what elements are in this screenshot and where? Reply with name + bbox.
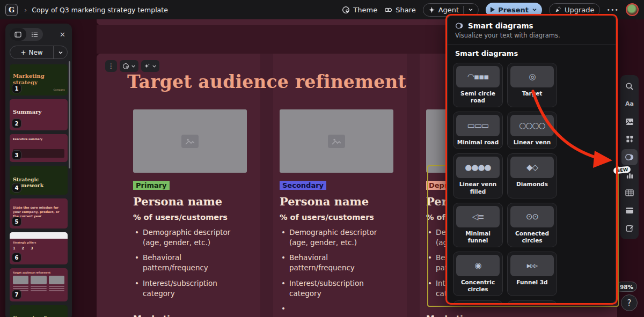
- agent-chevron-down-icon: [468, 7, 473, 12]
- persona-metric[interactable]: % of users/customers: [133, 213, 247, 222]
- persona-tag[interactable]: Primary: [133, 181, 170, 190]
- bullet-item-empty[interactable]: [280, 304, 393, 311]
- chevron-down-icon: [58, 50, 63, 55]
- chevron-down-icon: [152, 64, 157, 69]
- drag-handle[interactable]: ⋮: [105, 60, 117, 72]
- breadcrumb-chevron-icon: ›: [24, 6, 27, 14]
- diagram-tile-concentric-circles[interactable]: ◉Concentric circles: [453, 252, 503, 296]
- diagram-tile-minimal-funnel[interactable]: ◁≡Minimal funnel: [453, 203, 503, 247]
- slide-heading[interactable]: Target audience refinement: [127, 71, 406, 92]
- agent-button[interactable]: Agent: [423, 3, 479, 17]
- diagram-tile-diamonds[interactable]: ◆◇Diamonds: [507, 153, 557, 198]
- share-button[interactable]: Share: [384, 6, 416, 14]
- slide-thumbnail-5[interactable]: State the core mission for your company,…: [10, 198, 68, 228]
- slide-thumbnails: Marketing strategy Company 1 Summary 2 E…: [10, 64, 68, 317]
- card-ai-button[interactable]: [141, 60, 159, 72]
- agent-divider: [463, 6, 464, 14]
- insert-toolbar: Aa: [620, 75, 639, 239]
- persona-column-secondary: Secondary Persona name % of users/custom…: [280, 109, 393, 317]
- card-theme-button[interactable]: [120, 60, 138, 72]
- image-placeholder[interactable]: [133, 109, 247, 173]
- diagram-preview: ◁≡: [456, 206, 500, 227]
- list-icon: [31, 32, 38, 38]
- agent-sparkle-icon: [428, 6, 435, 13]
- add-block-icon[interactable]: [621, 130, 638, 148]
- persona-bullets: Demographic descriptor (age, gender, etc…: [133, 227, 247, 299]
- smart-diagrams-icon: [455, 21, 464, 30]
- diagram-preview: ◆◇: [510, 157, 554, 178]
- slide-thumbnail-3[interactable]: Executive summary 3: [10, 134, 68, 162]
- diagram-preview: ◉: [456, 255, 500, 276]
- section-heading[interactable]: Marketing: [133, 314, 247, 317]
- persona-metric[interactable]: % of users/customers: [280, 213, 393, 222]
- slide-thumbnail-8[interactable]: Campaign & channel strategy 8: [10, 305, 68, 317]
- slide-panel-header: ✕: [10, 28, 68, 41]
- search-icon[interactable]: [621, 77, 638, 95]
- diagram-tile-road[interactable]: ∿∿Road: [453, 300, 503, 304]
- slide-panel: ✕ +New Marketing strategy Company 1 Summ…: [5, 24, 72, 317]
- image-icon: [181, 135, 199, 148]
- diagram-preview: ▭▭▭: [456, 115, 500, 136]
- slide-thumbnail-6[interactable]: Strategic pillars 1 2 3 6: [10, 232, 68, 264]
- filmstrip-view-button[interactable]: [10, 28, 26, 41]
- slide-number-badge: 1: [12, 84, 21, 93]
- embed-card-icon[interactable]: [621, 202, 638, 219]
- form-edit-icon[interactable]: [621, 219, 638, 237]
- text-icon[interactable]: Aa: [621, 95, 638, 113]
- slide-number-badge: 5: [12, 217, 21, 226]
- image-placeholder[interactable]: [280, 109, 393, 173]
- sidebar-scrollbar[interactable]: [69, 61, 70, 168]
- diagram-preview: ◠▪▪▪: [456, 66, 500, 87]
- user-avatar[interactable]: [626, 3, 639, 16]
- bullet-item[interactable]: Interest/subscription category: [280, 278, 393, 299]
- gamma-logo[interactable]: G: [5, 4, 18, 16]
- plus-icon: +: [20, 49, 26, 56]
- new-slide-chevron[interactable]: [53, 46, 67, 58]
- persona-name[interactable]: Persona name: [280, 195, 393, 208]
- diagram-tile-minimal-road[interactable]: ▭▭▭Minimal road: [453, 112, 503, 149]
- diagram-tile-semi-circle-road[interactable]: ◠▪▪▪Semi circle road: [453, 63, 503, 107]
- slide-number-badge: 6: [12, 253, 21, 262]
- document-title[interactable]: Copy of Q3 marketing strategy template: [32, 6, 168, 14]
- theme-button[interactable]: Theme: [342, 6, 377, 14]
- diagram-tile-linear-venn[interactable]: ○○○○Linear venn: [507, 112, 557, 149]
- bullet-item[interactable]: Demographic descriptor (age, gender, etc…: [280, 227, 393, 248]
- slide-number-badge: 7: [12, 290, 21, 299]
- image-icon[interactable]: [621, 113, 638, 130]
- column-divider: [407, 54, 420, 317]
- bullet-item[interactable]: Behavioral pattern/frequency: [133, 253, 247, 273]
- bullet-item[interactable]: Interest/subscription category: [133, 278, 247, 299]
- diagram-tile-linear-venn-filled[interactable]: ●●●●Linear venn filled: [453, 153, 503, 198]
- bullet-item[interactable]: Demographic descriptor (age, gender, etc…: [133, 227, 247, 248]
- slide-thumbnail-1[interactable]: Marketing strategy Company 1: [10, 64, 68, 95]
- upgrade-confetti-icon: [554, 6, 561, 13]
- list-view-button[interactable]: [26, 28, 43, 41]
- close-panel-button[interactable]: ✕: [57, 30, 68, 40]
- more-options-button[interactable]: •••: [607, 6, 619, 13]
- popup-subtitle: Visualize your text with diagrams.: [455, 32, 608, 39]
- help-button[interactable]: ?: [621, 294, 638, 311]
- chevron-down-icon: [131, 64, 136, 69]
- smart-diagrams-icon[interactable]: [621, 149, 638, 165]
- table-icon[interactable]: [621, 184, 638, 202]
- play-icon: [491, 7, 495, 12]
- diagram-tile-target[interactable]: ◎Target: [507, 63, 557, 107]
- popup-section-label: Smart diagrams: [455, 49, 608, 57]
- column-divider: [260, 54, 273, 317]
- slide-thumbnail-4[interactable]: Strategic framework 4: [10, 166, 68, 195]
- section-heading[interactable]: Marketing: [426, 314, 540, 317]
- slide-thumbnail-7[interactable]: Target audience refinement 7: [10, 268, 68, 301]
- diagram-tile-isometric-building[interactable]: ▤≡Isometric building: [507, 300, 557, 304]
- new-slide-button[interactable]: +New: [10, 46, 68, 59]
- zoom-level-badge[interactable]: 98%: [616, 282, 637, 292]
- persona-tag[interactable]: Secondary: [280, 181, 326, 190]
- persona-name[interactable]: Persona name: [133, 195, 247, 208]
- diagram-preview: ○○○○: [510, 115, 554, 136]
- bullet-item[interactable]: Behavioral pattern/frequency: [280, 253, 393, 273]
- diagram-preview: ◎: [510, 66, 554, 87]
- diagram-tile-connected-circles[interactable]: ⊙⊙Connected circles: [507, 203, 557, 247]
- diagram-tile-funnel-3d[interactable]: ▸▹▹Funnel 3d: [507, 252, 557, 296]
- slide-thumbnail-2[interactable]: Summary 2: [10, 99, 68, 130]
- smart-diagrams-popup: Smart diagrams Visualize your text with …: [447, 15, 616, 304]
- upgrade-button[interactable]: Upgrade: [549, 3, 600, 17]
